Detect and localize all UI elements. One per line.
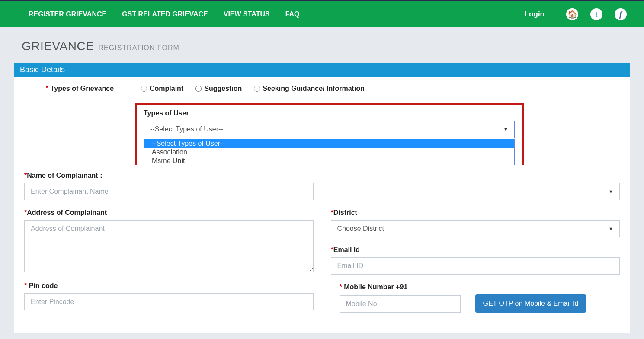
radio-suggestion-input[interactable]	[195, 86, 202, 92]
pincode-label: * Pin code	[24, 282, 314, 290]
district-label: *District	[331, 209, 620, 217]
chevron-down-icon: ▼	[609, 189, 613, 194]
nav-faq[interactable]: FAQ	[278, 10, 308, 18]
twitter-icon[interactable]	[590, 8, 602, 20]
address-label: *Address of Complainant	[24, 209, 314, 217]
radio-complaint-input[interactable]	[141, 86, 147, 92]
page-title: GRIEVANCE REGISTRATION FORM	[14, 32, 630, 63]
user-option-placeholder[interactable]: --Select Types of User--	[144, 139, 514, 148]
nav-register-grievance[interactable]: REGISTER GRIEVANCE	[21, 10, 114, 18]
top-navbar: REGISTER GRIEVANCE GST RELATED GRIEVACE …	[0, 1, 644, 27]
email-label: *Email Id	[331, 246, 620, 254]
types-of-grievance-label: * Types of Grievance	[46, 85, 124, 93]
login-link[interactable]: Login	[515, 10, 554, 19]
get-otp-button[interactable]: GET OTP on Mobile & Email Id	[475, 294, 586, 313]
home-icon[interactable]	[566, 8, 578, 20]
name-label: *Name of Complainant :	[24, 172, 314, 179]
types-of-user-selected: --Select Types of User--	[150, 125, 223, 133]
title-sub: REGISTRATION FORM	[99, 44, 179, 51]
radio-suggestion[interactable]: Suggestion	[195, 85, 242, 93]
basic-details-header: Basic Details	[14, 63, 630, 77]
chevron-down-icon: ▼	[503, 127, 508, 132]
contact-form: *Name of Complainant : *Address of Compl…	[14, 165, 630, 333]
radio-seeking-input[interactable]	[254, 86, 260, 92]
state-select[interactable]: ▼	[331, 183, 620, 200]
district-selected: Choose District	[337, 225, 384, 233]
types-of-user-select[interactable]: --Select Types of User-- ▼	[144, 121, 515, 138]
user-option-msme-unit[interactable]: Msme Unit	[144, 157, 514, 165]
name-input[interactable]	[24, 183, 314, 200]
radio-seeking-guidance[interactable]: Seeking Guidance/ Information	[254, 85, 365, 93]
types-of-user-label: Types of User	[144, 109, 515, 117]
mobile-label: * Mobile Number +91	[331, 283, 620, 291]
nav-view-status[interactable]: VIEW STATUS	[216, 10, 278, 18]
mobile-input[interactable]	[340, 295, 461, 313]
email-input[interactable]	[331, 257, 620, 275]
pincode-input[interactable]	[24, 293, 314, 310]
district-select[interactable]: Choose District ▼	[331, 220, 620, 237]
types-of-grievance-radios: Complaint Suggestion Seeking Guidance/ I…	[141, 85, 365, 93]
chevron-down-icon: ▼	[609, 226, 613, 231]
user-option-association[interactable]: Association	[144, 148, 514, 157]
title-main: GRIEVANCE	[22, 39, 94, 53]
facebook-icon[interactable]	[615, 8, 627, 20]
nav-gst-grievance[interactable]: GST RELATED GRIEVACE	[114, 10, 216, 18]
radio-complaint[interactable]: Complaint	[141, 85, 183, 93]
address-textarea[interactable]	[24, 220, 314, 272]
